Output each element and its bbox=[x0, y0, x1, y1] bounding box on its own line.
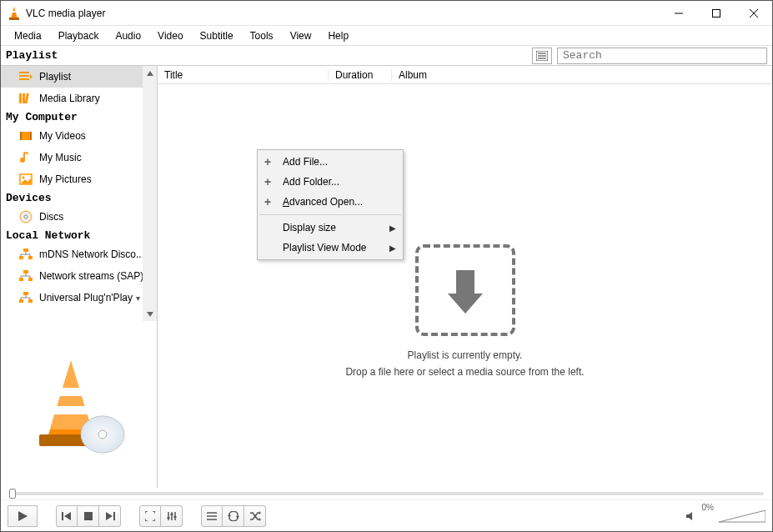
control-bar: 0% bbox=[1, 499, 772, 531]
menu-media[interactable]: Media bbox=[8, 28, 48, 44]
sidebar-item-sap[interactable]: Network streams (SAP) bbox=[1, 265, 157, 287]
menu-tools[interactable]: Tools bbox=[243, 28, 280, 44]
list-view-icon bbox=[536, 51, 548, 61]
drop-target-icon bbox=[415, 244, 515, 336]
playlist-view-toggle-button[interactable] bbox=[532, 48, 552, 64]
window-title: VLC media player bbox=[26, 8, 660, 19]
fullscreen-button[interactable] bbox=[139, 505, 161, 527]
sidebar-item-my-videos[interactable]: My Videos bbox=[1, 125, 157, 147]
svg-rect-62 bbox=[84, 512, 93, 520]
menu-playback[interactable]: Playback bbox=[52, 28, 106, 44]
sidebar-item-discs[interactable]: Discs bbox=[1, 206, 157, 228]
seek-bar-row bbox=[1, 488, 772, 499]
menu-help[interactable]: Help bbox=[321, 28, 355, 44]
svg-marker-48 bbox=[147, 312, 153, 317]
svg-marker-75 bbox=[228, 514, 231, 516]
ctx-label: Advanced Open... bbox=[283, 196, 363, 208]
ctx-label: Add Folder... bbox=[283, 176, 339, 188]
ctx-add-folder[interactable]: +Add Folder... bbox=[258, 172, 403, 192]
menu-audio[interactable]: Audio bbox=[108, 28, 148, 44]
column-title[interactable]: Title bbox=[158, 69, 329, 81]
sidebar-section-local-network: Local Network bbox=[1, 228, 157, 243]
network-icon bbox=[19, 291, 33, 304]
chevron-down-icon[interactable]: ▾ bbox=[136, 294, 140, 303]
svg-rect-51 bbox=[58, 388, 83, 396]
seek-knob[interactable] bbox=[9, 489, 16, 499]
playlist-drop-area[interactable]: Playlist is currently empty. Drop a file… bbox=[158, 84, 772, 488]
sidebar-item-label: Network streams (SAP) bbox=[39, 270, 143, 282]
sidebar-item-label: My Videos bbox=[39, 130, 86, 142]
sidebar-item-label: My Pictures bbox=[39, 173, 92, 185]
next-button[interactable] bbox=[99, 505, 121, 527]
ctx-playlist-view-mode[interactable]: Playlist View Mode▶ bbox=[258, 238, 403, 258]
sidebar-item-label: mDNS Network Disco... bbox=[39, 248, 144, 260]
svg-rect-41 bbox=[19, 299, 23, 303]
playlist-icon bbox=[19, 70, 33, 83]
loop-button[interactable] bbox=[223, 505, 244, 527]
ctx-add-file[interactable]: +Add File... bbox=[258, 152, 403, 172]
svg-rect-15 bbox=[19, 93, 22, 103]
seek-bar[interactable] bbox=[9, 492, 764, 495]
svg-marker-77 bbox=[259, 518, 261, 521]
svg-rect-57 bbox=[456, 270, 474, 294]
svg-point-56 bbox=[98, 430, 107, 439]
sidebar-item-mdns[interactable]: mDNS Network Disco... bbox=[1, 243, 157, 265]
album-art-panel bbox=[1, 321, 157, 488]
menu-subtitle[interactable]: Subtitle bbox=[193, 28, 240, 44]
scroll-up-icon[interactable] bbox=[143, 66, 157, 80]
close-button[interactable] bbox=[735, 1, 772, 25]
minimize-button[interactable] bbox=[660, 1, 697, 25]
empty-text-line2: Drop a file here or select a media sourc… bbox=[345, 366, 584, 378]
svg-rect-2 bbox=[9, 18, 19, 20]
previous-button[interactable] bbox=[56, 505, 78, 527]
ctx-display-size[interactable]: Display size▶ bbox=[258, 218, 403, 238]
svg-rect-64 bbox=[113, 512, 115, 520]
network-icon bbox=[19, 248, 33, 261]
titlebar: VLC media player bbox=[1, 1, 772, 26]
volume-percent: 0% bbox=[702, 503, 714, 512]
svg-rect-20 bbox=[30, 132, 32, 140]
sidebar-item-label: Media Library bbox=[39, 93, 100, 104]
sidebar-item-my-music[interactable]: My Music bbox=[1, 147, 157, 168]
sidebar-scrollbar[interactable] bbox=[143, 66, 157, 321]
svg-rect-68 bbox=[167, 517, 169, 519]
ctx-label: Playlist View Mode bbox=[283, 242, 367, 253]
menu-view[interactable]: View bbox=[284, 28, 319, 44]
scroll-down-icon[interactable] bbox=[143, 307, 157, 321]
menu-video[interactable]: Video bbox=[151, 28, 189, 44]
cover-art-icon bbox=[29, 354, 129, 454]
shuffle-button[interactable] bbox=[244, 505, 266, 527]
stop-button[interactable] bbox=[78, 505, 99, 527]
maximize-button[interactable] bbox=[697, 1, 735, 25]
svg-rect-33 bbox=[23, 270, 28, 274]
svg-marker-47 bbox=[147, 71, 153, 76]
sidebar-item-playlist[interactable]: Playlist bbox=[1, 66, 157, 88]
sidebar-item-upnp[interactable]: Universal Plug'n'Play ▾ bbox=[1, 287, 157, 309]
extended-settings-button[interactable] bbox=[161, 505, 183, 527]
submenu-arrow-icon: ▶ bbox=[389, 223, 396, 233]
toggle-playlist-button[interactable] bbox=[201, 505, 223, 527]
video-icon bbox=[19, 129, 33, 143]
svg-rect-52 bbox=[54, 406, 88, 414]
disc-icon bbox=[19, 210, 33, 223]
plus-icon: + bbox=[264, 195, 271, 208]
sidebar-item-my-pictures[interactable]: My Pictures bbox=[1, 168, 157, 190]
playlist-panel-label: Playlist bbox=[1, 49, 158, 62]
svg-rect-42 bbox=[28, 299, 33, 303]
search-input[interactable] bbox=[557, 48, 767, 64]
svg-marker-14 bbox=[30, 74, 33, 79]
music-icon bbox=[19, 151, 33, 164]
play-button[interactable] bbox=[8, 505, 38, 527]
svg-rect-70 bbox=[173, 516, 176, 518]
column-album[interactable]: Album bbox=[392, 69, 772, 81]
sidebar-section-devices: Devices bbox=[1, 190, 157, 206]
svg-rect-17 bbox=[25, 93, 29, 103]
app-icon bbox=[8, 6, 21, 21]
window-controls bbox=[660, 1, 772, 25]
ctx-advanced-open[interactable]: +Advanced Open... bbox=[258, 192, 403, 212]
sidebar-item-media-library[interactable]: Media Library bbox=[1, 88, 157, 109]
svg-marker-59 bbox=[18, 511, 28, 521]
speaker-icon[interactable] bbox=[685, 510, 697, 522]
volume-slider[interactable] bbox=[719, 509, 765, 524]
column-duration[interactable]: Duration bbox=[329, 69, 392, 81]
